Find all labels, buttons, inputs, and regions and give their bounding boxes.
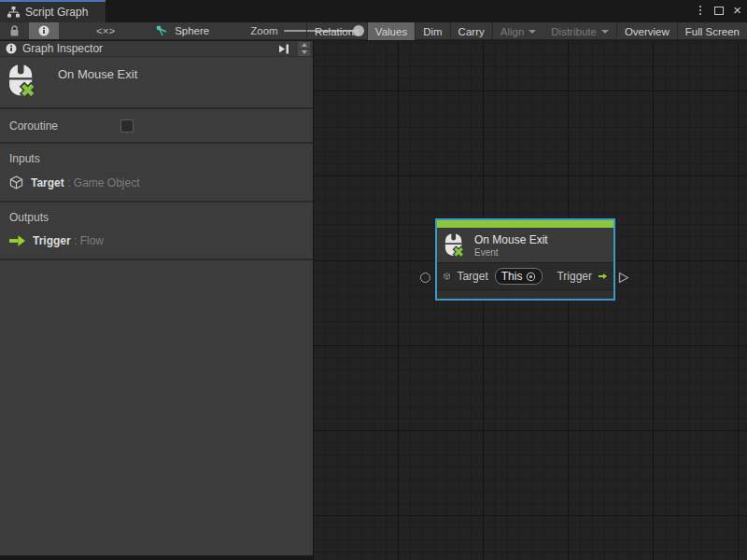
game-object-cube-icon	[9, 175, 23, 189]
output-trigger-row: Trigger : Flow	[9, 234, 303, 247]
info-icon	[6, 43, 17, 54]
graph-inspector-header: Graph Inspector	[0, 41, 313, 57]
window-tab-bar: Script Graph ×	[0, 0, 747, 22]
flow-arrow-icon	[9, 235, 25, 246]
close-icon[interactable]: ×	[733, 6, 741, 15]
input-target-row: Target : Game Object	[9, 175, 303, 189]
target-port-label: Target	[457, 270, 487, 283]
unit-title: On Mouse Exit	[58, 67, 137, 81]
node-port-row: Target This Trigger	[437, 262, 613, 289]
zoom-label: Zoom	[250, 25, 277, 36]
inputs-section: Inputs Target : Game Object	[0, 144, 313, 203]
carry-button[interactable]: Carry	[451, 22, 492, 40]
coroutine-row: Coroutine	[0, 109, 313, 144]
lock-icon	[9, 25, 20, 37]
overview-button[interactable]: Overview	[617, 22, 677, 40]
graph-toolbar: <×> Sphere Zoom 1x Relations Values Dim …	[0, 22, 747, 40]
coroutine-label: Coroutine	[9, 119, 120, 133]
dock-panel-icon[interactable]	[277, 43, 290, 55]
outputs-heading: Outputs	[9, 211, 303, 224]
tab-label: Script Graph	[25, 6, 88, 19]
graph-node-icon	[156, 25, 168, 37]
on-mouse-exit-node[interactable]: On Mouse Exit Event Target This Tri	[435, 218, 615, 301]
target-value-field[interactable]: This	[495, 268, 543, 285]
window-menu-icon[interactable]	[696, 4, 705, 17]
arrow-down-icon	[302, 50, 307, 54]
unit-title-section: On Mouse Exit	[0, 57, 313, 109]
graph-name-label: Sphere	[175, 25, 209, 36]
game-object-cube-icon	[444, 270, 450, 283]
object-picker-icon	[526, 272, 536, 282]
dim-button[interactable]: Dim	[416, 22, 449, 40]
spinner-down-button[interactable]	[298, 49, 310, 56]
trigger-port-label: Trigger	[557, 270, 592, 283]
node-title: On Mouse Exit	[474, 233, 548, 246]
inputs-heading: Inputs	[9, 152, 303, 165]
align-label: Align	[500, 26, 525, 37]
target-value: This	[501, 270, 523, 283]
arrow-up-icon	[302, 43, 307, 47]
inspector-empty-area	[0, 260, 313, 555]
panel-scroll-spinner	[298, 42, 310, 56]
mouse-exit-event-icon	[444, 232, 465, 259]
input-type: : Game Object	[67, 176, 139, 189]
graph-inspector-panel: Graph Inspector On Mouse Exit Coroutine	[0, 41, 313, 557]
relations-button[interactable]: Relations	[307, 22, 367, 40]
distribute-dropdown[interactable]: Distribute	[543, 22, 616, 40]
values-button[interactable]: Values	[368, 22, 415, 40]
graph-canvas[interactable]: On Mouse Exit Event Target This Tri	[313, 41, 747, 560]
lock-button[interactable]	[0, 22, 29, 39]
distribute-label: Distribute	[551, 26, 597, 37]
inspector-toggle-button[interactable]	[29, 22, 59, 39]
input-port[interactable]	[420, 273, 430, 283]
tab-script-graph[interactable]: Script Graph	[0, 0, 106, 22]
fullscreen-button[interactable]: Full Screen	[678, 22, 747, 40]
input-name: Target	[31, 176, 64, 189]
coroutine-checkbox[interactable]	[120, 119, 134, 133]
flow-arrow-icon	[599, 271, 607, 282]
chevron-down-icon	[601, 30, 609, 34]
maximize-icon[interactable]	[714, 7, 724, 15]
output-name: Trigger	[33, 234, 71, 247]
panel-title: Graph Inspector	[22, 42, 272, 55]
spinner-up-button[interactable]	[298, 42, 310, 49]
mouse-exit-event-icon	[7, 63, 37, 99]
outputs-section: Outputs Trigger : Flow	[0, 203, 313, 260]
graph-hierarchy-icon	[7, 7, 20, 18]
node-subtitle: Event	[474, 247, 548, 258]
code-icon: <×>	[96, 25, 115, 36]
event-color-bar	[437, 220, 613, 228]
node-footer	[437, 289, 613, 299]
edit-code-button[interactable]: <×>	[87, 22, 124, 39]
node-header[interactable]: On Mouse Exit Event	[437, 228, 613, 262]
output-type: : Flow	[74, 234, 104, 247]
trigger-output-port[interactable]	[618, 272, 629, 284]
info-icon	[38, 25, 49, 36]
chevron-down-icon	[529, 30, 536, 34]
graph-breadcrumb[interactable]: Sphere	[148, 22, 217, 39]
align-dropdown[interactable]: Align	[493, 22, 544, 40]
